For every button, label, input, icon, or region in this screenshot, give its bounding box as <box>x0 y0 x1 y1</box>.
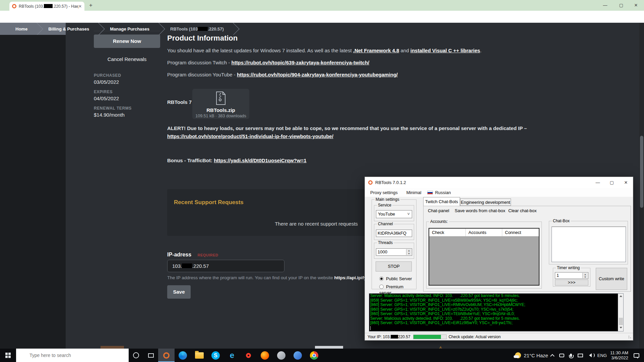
app-close-button[interactable]: ✕ <box>619 177 633 188</box>
taskbar-app-chrome[interactable] <box>306 349 322 362</box>
skype-icon: S <box>211 351 220 360</box>
public-server-radio[interactable]: Public Server <box>379 276 412 282</box>
custom-write-button[interactable]: Custom write <box>596 268 627 290</box>
network-icon[interactable] <box>578 354 583 357</box>
taskbar-app-file-explorer[interactable] <box>191 349 207 362</box>
volume-icon[interactable] <box>589 353 592 357</box>
visual-c-link[interactable]: installed Visual C ++ libraries <box>410 48 480 53</box>
taskbar-app-internet-explorer[interactable]: e <box>224 349 240 362</box>
chat-box-list[interactable] <box>552 227 626 262</box>
chat-panel-action[interactable]: Chat-panel <box>428 208 449 213</box>
taskbar-app-firefox[interactable] <box>257 349 273 362</box>
net-framework-link[interactable]: .Net Framework 4.8 <box>353 48 399 53</box>
scroll-down-icon[interactable] <box>620 327 622 328</box>
breadcrumb-billing[interactable]: Billing & Purchases <box>37 23 99 35</box>
weather-text[interactable]: 21°C Haze <box>524 353 548 358</box>
tab-engineering-development[interactable]: Engineering development <box>460 198 511 206</box>
breadcrumb-manage-purchases[interactable]: Manage Purchases <box>99 23 159 35</box>
breadcrumb-home[interactable]: Home <box>0 23 37 35</box>
rbtools-logo-icon <box>368 180 373 185</box>
intro-text: You should have all the latest updates f… <box>167 48 353 53</box>
main-settings-group: Main settings Service YouTube ˅ Channel … <box>372 199 416 289</box>
new-tab-button[interactable]: + <box>89 2 92 9</box>
accounts-table[interactable]: Check Accounts Connect <box>429 228 539 286</box>
blue-app-icon <box>294 351 302 360</box>
stop-button[interactable]: STOP <box>376 261 412 272</box>
menu-minimal[interactable]: Minimal <box>406 190 422 195</box>
stepper-down-icon[interactable]: ▼ <box>406 252 411 255</box>
zip-file-name: RBTools.zip <box>192 107 249 113</box>
stepper-up-icon[interactable]: ▲ <box>406 249 411 252</box>
main-settings-label: Main settings <box>375 197 400 202</box>
youtube-discussion-link[interactable]: https://rubot.ovh/topic/904-zakrytaya-ko… <box>237 72 398 77</box>
threads-input[interactable]: 1000 ▲▼ <box>376 248 412 256</box>
menu-proxy-settings[interactable]: Proxy settings <box>370 190 398 195</box>
window-maximize-button[interactable]: ▢ <box>615 1 628 9</box>
tab-close-icon[interactable]: ✕ <box>78 4 82 9</box>
clear-chatbox-action[interactable]: Clear chat-box <box>508 208 537 213</box>
menu-language[interactable]: Russian <box>435 190 451 195</box>
ip-field-label-row: IP-adress REQUIRED <box>167 252 218 258</box>
stepper-down-icon[interactable]: ▼ <box>583 276 588 278</box>
youtube-discussion-text: Program discussion YouTube - <box>167 72 237 77</box>
app-menu-bar: Proxy settings Minimal Russian <box>365 188 633 197</box>
console-line: [859] Server: GPS=1; VISITOR_INFO1_LIVE=… <box>369 298 623 303</box>
download-card[interactable]: RBTools.zip 109.51 kB · 383 downloads <box>192 89 249 119</box>
taskbar-app-edge[interactable] <box>175 349 191 362</box>
cancel-renewals-link[interactable]: Cancel Renewals <box>94 56 160 62</box>
taskbar-app-silver[interactable] <box>273 349 289 362</box>
ip-address-input[interactable]: 103..220.57 <box>167 260 284 272</box>
app-title-bar[interactable]: RBTools 7.0.1.2 — ▢ ✕ <box>365 177 633 188</box>
meet-now-icon[interactable] <box>559 354 564 357</box>
taskbar-search-input[interactable] <box>16 349 129 362</box>
service-dropdown[interactable]: YouTube ˅ <box>376 210 412 218</box>
taskbar: S e 21°C Haze ENG 11:30 AM 3/6/2022 <box>0 349 644 362</box>
stepper-up-icon[interactable]: ▲ <box>583 273 588 276</box>
console-scrollbar[interactable] <box>618 294 623 331</box>
browser-tab[interactable]: RBTools (103..220.57) - Накру ✕ <box>9 2 84 11</box>
scroll-up-icon[interactable] <box>620 295 622 297</box>
taskbar-app-blue[interactable] <box>289 349 306 362</box>
microphone-icon[interactable] <box>570 354 572 357</box>
app-minimize-button[interactable]: — <box>591 177 605 188</box>
alert-text: ALERT! Due to heavy loads, our servers m… <box>167 125 529 131</box>
taskbar-app-rbtools[interactable] <box>158 349 175 362</box>
file-explorer-icon <box>195 352 204 359</box>
console-scrollbar-thumb[interactable] <box>619 318 623 325</box>
resize-grip[interactable] <box>628 336 632 340</box>
save-words-action[interactable]: Save words from chat-box <box>455 208 505 213</box>
taskbar-app-skype[interactable]: S <box>207 349 224 362</box>
clock-time: 11:30 AM <box>610 350 628 355</box>
tab-twitch-chat-bots[interactable]: Twitch Chat-Bots <box>423 197 460 206</box>
dedicated-ip-link[interactable]: https://rubot.ovh/store/product/51-indiv… <box>167 133 333 139</box>
redaction-box <box>198 27 208 31</box>
tray-expand-chevron-icon[interactable] <box>550 354 555 358</box>
app-title: RBTools 7.0.1.2 <box>375 180 406 185</box>
send-button[interactable]: >>> <box>555 280 588 286</box>
threads-stepper[interactable]: ▲▼ <box>406 249 411 255</box>
task-view-button[interactable] <box>143 349 158 362</box>
start-button[interactable] <box>0 349 16 362</box>
action-center-icon[interactable] <box>634 353 639 358</box>
trafficbot-link[interactable]: https://yadi.sk/d/Dt0D1uoseiCrqw?w=1 <box>214 158 306 163</box>
channel-label: Channel <box>377 222 394 226</box>
page-footer-cutoff: ⚠ <box>101 345 469 349</box>
cortana-button[interactable] <box>129 349 143 362</box>
save-button[interactable]: Save <box>167 285 191 299</box>
twitch-discussion-text: Program discussion Twitch - <box>167 60 231 65</box>
timer-input[interactable]: 1 ▲▼ <box>555 272 588 279</box>
window-minimize-button[interactable]: — <box>598 1 612 9</box>
taskbar-clock[interactable]: 11:30 AM 3/6/2022 <box>610 350 628 360</box>
console-line: [860] Server: GPS=1; VISITOR_INFO1_LIVE=… <box>369 307 623 312</box>
window-close-button[interactable]: ✕ <box>629 1 643 9</box>
tab-panel: Chat-panel Save words from chat-box Clea… <box>423 206 631 292</box>
page-scrollbar-thumb[interactable] <box>640 136 643 208</box>
twitch-discussion-link[interactable]: https://rubot.ovh/topic/639-zakrytaya-ko… <box>231 60 369 65</box>
language-indicator[interactable]: ENG <box>597 353 607 358</box>
console-log[interactable]: Server: Malicious activity detected. INF… <box>369 293 624 331</box>
channel-input[interactable]: KtDRhA36kFQ <box>376 230 412 237</box>
timer-stepper[interactable]: ▲▼ <box>582 273 588 278</box>
app-maximize-button[interactable]: ▢ <box>605 177 619 188</box>
renew-now-button[interactable]: Renew Now <box>94 35 160 48</box>
taskbar-app-opera[interactable] <box>240 349 257 362</box>
